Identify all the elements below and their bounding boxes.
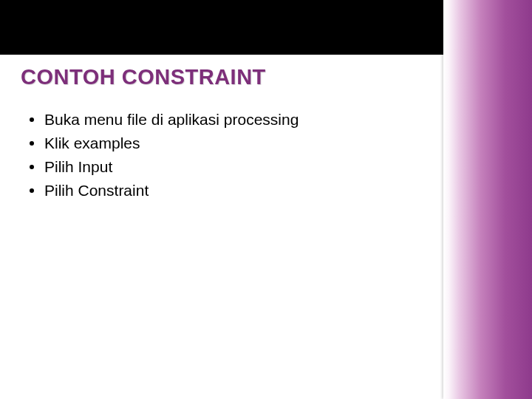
bullet-icon	[30, 157, 44, 177]
list-item-text: Pilih Input	[44, 157, 112, 177]
bullet-icon	[30, 109, 44, 130]
bullet-icon	[30, 180, 44, 201]
list-item-text: Klik examples	[44, 133, 140, 154]
slide: CONTOH CONSTRAINT Buka menu file di apli…	[0, 0, 532, 399]
list-item: Buka menu file di aplikasi processing	[30, 109, 414, 130]
list-item: Klik examples	[30, 133, 414, 154]
slide-title: CONTOH CONSTRAINT	[21, 65, 266, 89]
list-item: Pilih Input	[30, 157, 414, 177]
list-item: Pilih Constraint	[30, 180, 414, 201]
right-gradient-bar	[443, 0, 532, 399]
list-item-text: Buka menu file di aplikasi processing	[44, 109, 299, 130]
bullet-list: Buka menu file di aplikasi processing Kl…	[30, 109, 414, 204]
list-item-text: Pilih Constraint	[44, 180, 149, 201]
bullet-icon	[30, 133, 44, 154]
